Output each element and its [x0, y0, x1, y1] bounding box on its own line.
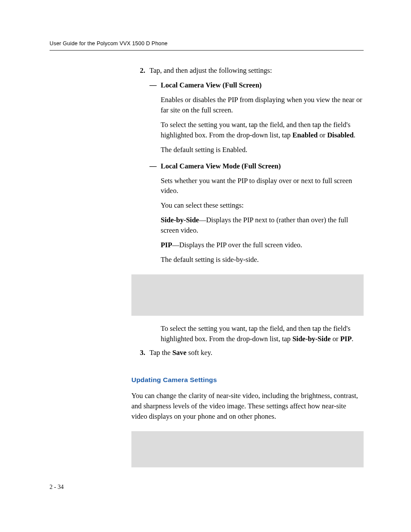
text-bold-side-by-side: Side-by-Side — [293, 335, 331, 343]
body-paragraph: Enables or disables the PIP from display… — [161, 95, 364, 115]
step-body: Tap, and then adjust the following setti… — [149, 65, 364, 265]
note-box — [131, 274, 364, 316]
text-bold-enabled: Enabled — [293, 131, 318, 139]
text-bold-side-by-side: Side-by-Side — [161, 216, 199, 224]
body-paragraph: Side-by-Side—Displays the PIP next to (r… — [161, 215, 364, 236]
note-box — [131, 431, 364, 467]
page-number: 2 - 34 — [50, 483, 64, 492]
dash-icon: — — [149, 80, 161, 90]
bullet-local-camera-view-mode: — Local Camera View Mode (Full Screen) — [149, 161, 364, 171]
main-content: 2. Tap, and then adjust the following se… — [131, 65, 364, 467]
bullet-body: Local Camera View Mode (Full Screen) — [161, 161, 364, 171]
text-run: or — [331, 335, 340, 343]
body-paragraph: Sets whether you want the PIP to display… — [161, 176, 364, 196]
step-2: 2. Tap, and then adjust the following se… — [131, 65, 364, 265]
bullet-local-camera-view: — Local Camera View (Full Screen) — [149, 80, 364, 90]
body-paragraph: To select the setting you want, tap the … — [161, 120, 364, 140]
bullet-title: Local Camera View Mode (Full Screen) — [161, 162, 281, 170]
header-rule — [50, 50, 364, 51]
step-number: 3. — [131, 348, 149, 358]
text-bold-pip: PIP — [340, 335, 352, 343]
text-bold-pip: PIP — [161, 241, 172, 249]
section-heading-updating-camera-settings: Updating Camera Settings — [131, 375, 364, 385]
body-paragraph: To select the setting you want, tap the … — [161, 324, 364, 344]
text-run: . — [354, 131, 355, 139]
step-body: To select the setting you want, tap the … — [149, 324, 364, 344]
body-paragraph: The default setting is Enabled. — [161, 145, 364, 155]
step-number-spacer — [131, 324, 149, 344]
running-head: User Guide for the Polycom VVX 1500 D Ph… — [50, 40, 364, 47]
text-run: or — [318, 131, 327, 139]
body-paragraph: PIP—Displays the PIP over the full scree… — [161, 240, 364, 250]
text-run: Tap the — [149, 348, 172, 357]
text-run: . — [352, 335, 353, 343]
step-body: Tap the Save soft key. — [149, 348, 364, 358]
body-paragraph: The default setting is side-by-side. — [161, 255, 364, 265]
text-run: —Displays the PIP over the full screen v… — [172, 241, 302, 249]
step-3: 3. Tap the Save soft key. — [131, 348, 364, 358]
step-number: 2. — [131, 65, 149, 265]
bullet-body: Local Camera View (Full Screen) — [161, 80, 364, 90]
text-bold-save: Save — [172, 348, 187, 357]
text-bold-disabled: Disabled — [327, 131, 353, 139]
dash-icon: — — [149, 161, 161, 171]
text-run: soft key. — [187, 348, 212, 357]
body-paragraph: You can change the clarity of near-site … — [131, 391, 364, 422]
step-2-intro: Tap, and then adjust the following setti… — [149, 66, 272, 75]
document-page: User Guide for the Polycom VVX 1500 D Ph… — [0, 0, 411, 532]
step-2-continued: To select the setting you want, tap the … — [131, 324, 364, 344]
body-paragraph: You can select these settings: — [161, 200, 364, 211]
bullet-title: Local Camera View (Full Screen) — [161, 81, 262, 89]
